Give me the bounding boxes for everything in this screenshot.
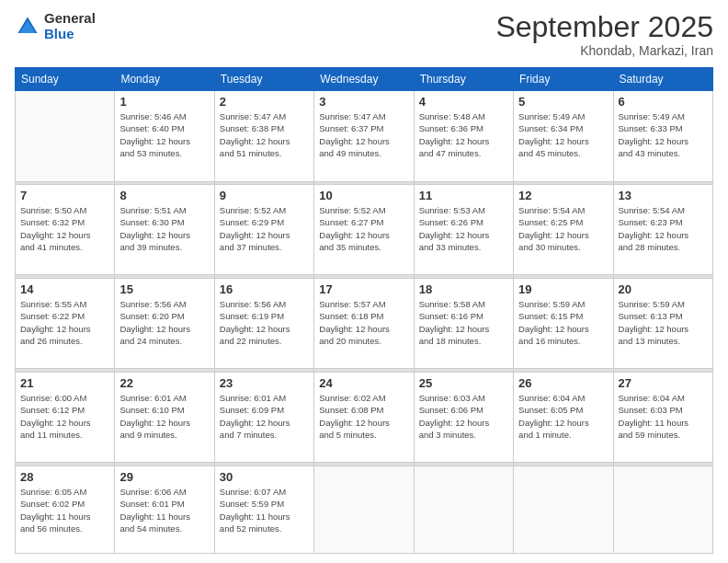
week-row-1: 1Sunrise: 5:46 AM Sunset: 6:40 PM Daylig… (16, 91, 713, 181)
day-number: 6 (619, 95, 708, 109)
table-cell: 17Sunrise: 5:57 AM Sunset: 6:18 PM Dayli… (314, 279, 414, 369)
day-info: Sunrise: 5:54 AM Sunset: 6:23 PM Dayligh… (619, 204, 708, 253)
day-number: 12 (518, 189, 608, 202)
day-info: Sunrise: 5:47 AM Sunset: 6:38 PM Dayligh… (220, 110, 309, 159)
table-cell: 16Sunrise: 5:56 AM Sunset: 6:19 PM Dayli… (214, 279, 313, 369)
col-saturday: Saturday (613, 68, 712, 91)
day-info: Sunrise: 5:52 AM Sunset: 6:29 PM Dayligh… (220, 204, 309, 253)
header-row: Sunday Monday Tuesday Wednesday Thursday… (16, 68, 713, 91)
day-number: 13 (619, 189, 708, 202)
day-number: 3 (319, 95, 408, 109)
calendar-subtitle: Khondab, Markazi, Iran (495, 43, 713, 58)
table-cell: 18Sunrise: 5:58 AM Sunset: 6:16 PM Dayli… (414, 279, 513, 369)
calendar-title: September 2025 (495, 11, 713, 43)
table-cell: 29Sunrise: 6:06 AM Sunset: 6:01 PM Dayli… (115, 465, 214, 553)
day-number: 17 (319, 282, 408, 296)
table-cell: 26Sunrise: 6:04 AM Sunset: 6:05 PM Dayli… (514, 373, 613, 463)
table-cell (314, 465, 414, 553)
day-info: Sunrise: 5:57 AM Sunset: 6:18 PM Dayligh… (319, 298, 408, 347)
day-number: 15 (119, 282, 209, 296)
day-info: Sunrise: 6:04 AM Sunset: 6:05 PM Dayligh… (518, 392, 608, 441)
day-number: 11 (419, 189, 508, 202)
table-cell: 24Sunrise: 6:02 AM Sunset: 6:08 PM Dayli… (314, 373, 414, 463)
day-info: Sunrise: 5:53 AM Sunset: 6:26 PM Dayligh… (419, 204, 508, 253)
day-number: 8 (119, 189, 209, 202)
day-number: 23 (220, 376, 309, 390)
day-info: Sunrise: 6:04 AM Sunset: 6:03 PM Dayligh… (619, 392, 708, 441)
day-number: 2 (220, 95, 309, 109)
table-cell (16, 91, 115, 181)
day-number: 22 (119, 376, 209, 390)
table-cell: 5Sunrise: 5:49 AM Sunset: 6:34 PM Daylig… (514, 91, 613, 181)
day-info: Sunrise: 6:01 AM Sunset: 6:10 PM Dayligh… (119, 392, 209, 441)
table-cell (414, 465, 513, 553)
day-info: Sunrise: 5:46 AM Sunset: 6:40 PM Dayligh… (119, 110, 209, 159)
day-info: Sunrise: 6:06 AM Sunset: 6:01 PM Dayligh… (119, 486, 209, 534)
logo-text: General Blue (44, 11, 96, 41)
logo-icon (15, 14, 40, 40)
logo: General Blue (15, 11, 96, 41)
day-number: 14 (20, 282, 109, 296)
table-cell: 28Sunrise: 6:05 AM Sunset: 6:02 PM Dayli… (16, 465, 115, 553)
day-info: Sunrise: 5:51 AM Sunset: 6:30 PM Dayligh… (119, 204, 209, 253)
day-info: Sunrise: 5:48 AM Sunset: 6:36 PM Dayligh… (419, 110, 508, 159)
logo-general-text: General (44, 11, 96, 27)
day-number: 21 (20, 376, 109, 390)
table-cell: 2Sunrise: 5:47 AM Sunset: 6:38 PM Daylig… (214, 91, 313, 181)
header: General Blue September 2025 Khondab, Mar… (15, 11, 713, 58)
day-number: 26 (518, 376, 608, 390)
table-cell: 4Sunrise: 5:48 AM Sunset: 6:36 PM Daylig… (414, 91, 513, 181)
day-number: 27 (619, 376, 708, 390)
table-cell: 11Sunrise: 5:53 AM Sunset: 6:26 PM Dayli… (414, 185, 513, 275)
table-cell: 20Sunrise: 5:59 AM Sunset: 6:13 PM Dayli… (613, 279, 712, 369)
table-cell: 23Sunrise: 6:01 AM Sunset: 6:09 PM Dayli… (214, 373, 313, 463)
page: General Blue September 2025 Khondab, Mar… (0, 0, 728, 563)
day-number: 24 (319, 376, 408, 390)
logo-blue-text: Blue (44, 27, 96, 42)
col-thursday: Thursday (414, 68, 513, 91)
day-number: 30 (220, 470, 309, 484)
table-cell (613, 465, 712, 553)
week-row-5: 28Sunrise: 6:05 AM Sunset: 6:02 PM Dayli… (16, 465, 713, 553)
day-number: 29 (119, 470, 209, 484)
day-number: 28 (20, 470, 109, 484)
col-tuesday: Tuesday (214, 68, 313, 91)
day-number: 4 (419, 95, 508, 109)
day-number: 16 (220, 282, 309, 296)
day-number: 9 (220, 189, 309, 202)
day-info: Sunrise: 5:52 AM Sunset: 6:27 PM Dayligh… (319, 204, 408, 253)
day-number: 25 (419, 376, 508, 390)
table-cell: 12Sunrise: 5:54 AM Sunset: 6:25 PM Dayli… (514, 185, 613, 275)
day-info: Sunrise: 6:07 AM Sunset: 5:59 PM Dayligh… (220, 486, 309, 534)
col-sunday: Sunday (16, 68, 115, 91)
day-info: Sunrise: 5:54 AM Sunset: 6:25 PM Dayligh… (518, 204, 608, 253)
col-monday: Monday (115, 68, 214, 91)
col-wednesday: Wednesday (314, 68, 414, 91)
day-info: Sunrise: 5:59 AM Sunset: 6:13 PM Dayligh… (619, 298, 708, 347)
day-info: Sunrise: 5:49 AM Sunset: 6:33 PM Dayligh… (619, 110, 708, 159)
table-cell: 21Sunrise: 6:00 AM Sunset: 6:12 PM Dayli… (16, 373, 115, 463)
week-row-2: 7Sunrise: 5:50 AM Sunset: 6:32 PM Daylig… (16, 185, 713, 275)
col-friday: Friday (514, 68, 613, 91)
title-block: September 2025 Khondab, Markazi, Iran (495, 11, 713, 58)
day-info: Sunrise: 5:49 AM Sunset: 6:34 PM Dayligh… (518, 110, 608, 159)
day-info: Sunrise: 5:47 AM Sunset: 6:37 PM Dayligh… (319, 110, 408, 159)
day-info: Sunrise: 6:05 AM Sunset: 6:02 PM Dayligh… (20, 486, 109, 534)
day-number: 5 (518, 95, 608, 109)
week-row-3: 14Sunrise: 5:55 AM Sunset: 6:22 PM Dayli… (16, 279, 713, 369)
day-info: Sunrise: 6:02 AM Sunset: 6:08 PM Dayligh… (319, 392, 408, 441)
table-cell: 25Sunrise: 6:03 AM Sunset: 6:06 PM Dayli… (414, 373, 513, 463)
table-cell: 8Sunrise: 5:51 AM Sunset: 6:30 PM Daylig… (115, 185, 214, 275)
table-cell: 30Sunrise: 6:07 AM Sunset: 5:59 PM Dayli… (214, 465, 313, 553)
table-cell: 22Sunrise: 6:01 AM Sunset: 6:10 PM Dayli… (115, 373, 214, 463)
week-row-4: 21Sunrise: 6:00 AM Sunset: 6:12 PM Dayli… (16, 373, 713, 463)
day-info: Sunrise: 5:58 AM Sunset: 6:16 PM Dayligh… (419, 298, 508, 347)
day-number: 18 (419, 282, 508, 296)
table-cell: 15Sunrise: 5:56 AM Sunset: 6:20 PM Dayli… (115, 279, 214, 369)
day-info: Sunrise: 5:56 AM Sunset: 6:20 PM Dayligh… (119, 298, 209, 347)
day-number: 7 (20, 189, 109, 202)
table-cell: 7Sunrise: 5:50 AM Sunset: 6:32 PM Daylig… (16, 185, 115, 275)
day-info: Sunrise: 5:50 AM Sunset: 6:32 PM Dayligh… (20, 204, 109, 253)
day-number: 1 (119, 95, 209, 109)
day-info: Sunrise: 5:59 AM Sunset: 6:15 PM Dayligh… (518, 298, 608, 347)
